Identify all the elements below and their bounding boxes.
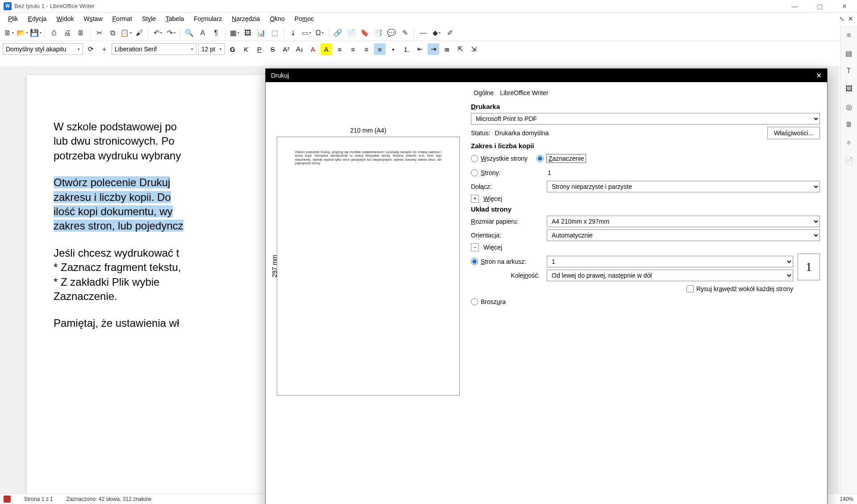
special-char-button[interactable]: Ω: [313, 27, 326, 39]
properties-icon[interactable]: ▤: [843, 47, 855, 59]
redo-button[interactable]: ↷: [165, 27, 177, 39]
shapes-button[interactable]: ◆: [430, 27, 443, 39]
spellcheck-button[interactable]: A: [196, 27, 209, 39]
number-list-button[interactable]: 1.: [401, 43, 412, 55]
menu-narzedzia[interactable]: Narzędzia: [227, 13, 264, 24]
arrow-icon[interactable]: ⤡: [839, 15, 845, 22]
underline-button[interactable]: P: [254, 43, 265, 55]
decrease-spacing-button[interactable]: ⇲: [468, 43, 479, 55]
pages-per-sheet-radio[interactable]: [471, 258, 478, 265]
more-2-label[interactable]: Więcej: [483, 244, 502, 251]
expand-more-1[interactable]: +: [471, 195, 479, 203]
hyperlink-button[interactable]: 🔗: [332, 27, 344, 39]
more-1-label[interactable]: Więcej: [483, 195, 502, 202]
italic-button[interactable]: K: [240, 43, 252, 55]
line-spacing-button[interactable]: ≣: [441, 43, 453, 55]
formatting-marks-button[interactable]: ¶: [210, 27, 222, 39]
sidebar-menu-icon[interactable]: ≡: [843, 29, 855, 41]
pages-radio[interactable]: [471, 169, 478, 176]
bullet-list-button[interactable]: •: [387, 43, 399, 55]
menu-edycja[interactable]: Edycja: [24, 13, 51, 24]
export-pdf-button[interactable]: ⎙: [48, 27, 60, 39]
pages-per-sheet-select[interactable]: 1: [547, 256, 793, 267]
include-select[interactable]: Strony nieparzyste i parzyste: [547, 181, 820, 192]
cross-ref-button[interactable]: 📑: [372, 27, 384, 39]
textbox-button[interactable]: ⬚: [268, 27, 281, 39]
find-button[interactable]: 🔍: [183, 27, 196, 39]
highlight-button[interactable]: A: [320, 43, 332, 55]
bold-button[interactable]: G: [227, 43, 238, 55]
inspector-icon[interactable]: ⟐: [843, 137, 855, 148]
line-button[interactable]: —: [417, 27, 429, 39]
paste-button[interactable]: 📋: [120, 27, 132, 39]
font-name-combo[interactable]: Liberation Serif: [112, 43, 196, 55]
save-status-icon[interactable]: [4, 496, 11, 503]
page-icon[interactable]: 🗎: [843, 119, 855, 130]
menu-widok[interactable]: Widok: [52, 13, 79, 24]
menu-format[interactable]: Format: [108, 13, 137, 24]
align-left-button[interactable]: ≡: [334, 43, 345, 55]
footnote-button[interactable]: 📄: [345, 27, 358, 39]
superscript-button[interactable]: A²: [280, 43, 292, 55]
menu-pomoc[interactable]: Pomoc: [290, 13, 319, 24]
menu-tabela[interactable]: Tabela: [161, 13, 188, 24]
indent-button[interactable]: ⇥: [428, 43, 439, 55]
update-style-button[interactable]: ⟳: [85, 43, 96, 55]
undo-button[interactable]: ↶: [151, 27, 164, 39]
menu-wstaw[interactable]: Wstaw: [79, 13, 107, 24]
paper-select[interactable]: A4 210mm x 297mm: [547, 216, 820, 227]
align-justify-button[interactable]: ≡: [374, 43, 386, 55]
navigator-icon[interactable]: ◎: [843, 101, 855, 112]
draw-button[interactable]: ✐: [444, 27, 456, 39]
align-center-button[interactable]: ≡: [347, 43, 359, 55]
clone-format-button[interactable]: 🖌: [133, 27, 146, 39]
copy-button[interactable]: ⧉: [106, 27, 119, 39]
align-right-button[interactable]: ≡: [361, 43, 372, 55]
dialog-close-button[interactable]: ✕: [816, 71, 822, 80]
properties-button[interactable]: Właściwości...: [767, 127, 820, 139]
orientation-select[interactable]: Automatycznie: [547, 229, 820, 241]
paragraph-style-combo[interactable]: Domyślny styl akapitu: [3, 43, 83, 55]
close-doc-icon[interactable]: ✕: [848, 15, 853, 22]
track-changes-button[interactable]: ✎: [399, 27, 411, 39]
page-break-button[interactable]: ⤓: [287, 27, 299, 39]
font-size-combo[interactable]: 12 pt: [198, 43, 225, 55]
printer-select[interactable]: Microsoft Print to PDF: [471, 113, 820, 125]
tab-general[interactable]: Ogólne: [474, 89, 494, 96]
save-button[interactable]: 💾: [29, 27, 42, 39]
print-preview-button[interactable]: 🗏: [75, 27, 87, 39]
menu-formularz[interactable]: Formularz: [189, 13, 226, 24]
increase-spacing-button[interactable]: ⇱: [454, 43, 466, 55]
new-style-button[interactable]: ＋: [98, 43, 110, 55]
new-button[interactable]: 🗎: [3, 27, 15, 39]
open-button[interactable]: 📂: [16, 27, 29, 39]
gallery-icon[interactable]: 🖼: [843, 83, 855, 95]
print-button[interactable]: 🖨: [61, 27, 74, 39]
minimize-button[interactable]: —: [786, 3, 803, 10]
draw-border-checkbox[interactable]: [686, 285, 694, 292]
image-button[interactable]: 🖼: [241, 27, 254, 39]
subscript-button[interactable]: A₂: [294, 43, 305, 55]
menu-okno[interactable]: Okno: [265, 13, 289, 24]
all-pages-radio[interactable]: [471, 155, 478, 162]
field-button[interactable]: ▭: [300, 27, 312, 39]
font-color-button[interactable]: A: [307, 43, 319, 55]
tab-writer[interactable]: LibreOffice Writer: [500, 89, 548, 96]
selection-radio[interactable]: [537, 155, 544, 162]
strikethrough-button[interactable]: S: [267, 43, 279, 55]
table-button[interactable]: ▦: [228, 27, 241, 39]
close-button[interactable]: ✕: [836, 3, 853, 10]
manage-changes-icon[interactable]: 📄: [843, 154, 855, 166]
pages-input[interactable]: [547, 167, 820, 179]
order-select[interactable]: Od lewej do prawej, następnie w dół: [547, 270, 793, 281]
brochure-radio[interactable]: [471, 298, 478, 305]
cut-button[interactable]: ✂: [93, 27, 105, 39]
menu-plik[interactable]: Plik: [4, 13, 23, 24]
comment-button[interactable]: 💬: [385, 27, 398, 39]
expand-more-2[interactable]: −: [471, 243, 479, 251]
bookmark-button[interactable]: 🔖: [358, 27, 371, 39]
maximize-button[interactable]: ▢: [811, 3, 828, 10]
chart-button[interactable]: 📊: [255, 27, 267, 39]
outdent-button[interactable]: ⇤: [414, 43, 426, 55]
zoom-status[interactable]: 140%: [840, 496, 853, 502]
